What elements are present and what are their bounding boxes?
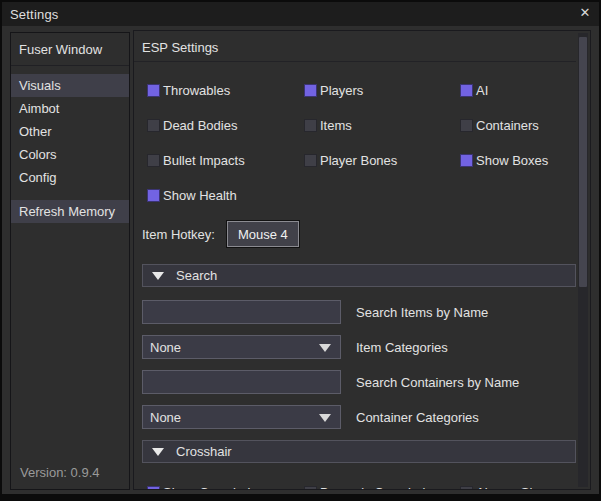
section-title: Crosshair (176, 444, 232, 459)
checkbox-label: Show Crosshair (163, 485, 255, 490)
checkbox-show-health[interactable]: Show Health (147, 188, 304, 202)
checkbox-label: Items (320, 118, 352, 133)
triangle-down-icon (152, 448, 164, 456)
sidebar-nav: Visuals Aimbot Other Colors Config (11, 74, 129, 189)
checkbox-players[interactable]: Players (304, 83, 460, 97)
triangle-down-icon (152, 272, 164, 280)
checkbox-label: Dead Bodies (163, 118, 237, 133)
checkbox-box[interactable] (304, 154, 317, 167)
checkbox-label: Player Bones (320, 153, 397, 168)
checkbox-always-show[interactable]: Always Show (460, 485, 576, 489)
section-title: Search (176, 268, 217, 283)
checkbox-box[interactable] (460, 84, 473, 97)
sidebar-item-other[interactable]: Other (11, 120, 129, 143)
checkbox-label: Dynamic Crosshair (320, 485, 430, 490)
checkbox-bullet-impacts[interactable]: Bullet Impacts (147, 153, 304, 167)
panel-title: ESP Settings (134, 31, 576, 55)
checkbox-dead-bodies[interactable]: Dead Bodies (147, 118, 304, 132)
checkbox-box[interactable] (304, 84, 317, 97)
checkbox-box[interactable] (460, 154, 473, 167)
checkbox-box[interactable] (147, 189, 160, 202)
version-label: Version: 0.9.4 (20, 465, 100, 480)
crosshair-section-header[interactable]: Crosshair (142, 440, 576, 463)
field-label: Item Categories (356, 340, 448, 355)
item-hotkey-label: Item Hotkey: (142, 227, 215, 242)
container-categories-dropdown[interactable]: None (142, 405, 341, 429)
crosshair-checkbox-grid: Show Crosshair Dynamic Crosshair Always … (147, 485, 576, 489)
search-containers-row: Search Containers by Name (142, 370, 576, 394)
close-icon[interactable]: ✕ (575, 2, 595, 22)
checkbox-box[interactable] (304, 486, 317, 490)
checkbox-items[interactable]: Items (304, 118, 460, 132)
panel-separator (134, 61, 576, 62)
dropdown-value: None (150, 340, 181, 355)
field-label: Container Categories (356, 410, 479, 425)
sidebar: Fuser Window Visuals Aimbot Other Colors… (10, 32, 130, 490)
checkbox-ai[interactable]: AI (460, 83, 576, 97)
checkbox-label: Throwables (163, 83, 230, 98)
search-containers-input[interactable] (142, 370, 341, 394)
checkbox-label: AI (476, 83, 488, 98)
sidebar-item-config[interactable]: Config (11, 166, 129, 189)
checkbox-box[interactable] (460, 119, 473, 132)
titlebar[interactable]: Settings (2, 2, 599, 26)
checkbox-label: Players (320, 83, 363, 98)
chevron-down-icon (319, 414, 331, 422)
field-label: Search Containers by Name (356, 375, 519, 390)
checkbox-throwables[interactable]: Throwables (147, 83, 304, 97)
checkbox-box[interactable] (147, 119, 160, 132)
checkbox-label: Show Health (163, 188, 237, 203)
item-hotkey-button[interactable]: Mouse 4 (227, 221, 299, 247)
search-section-header[interactable]: Search (142, 264, 576, 287)
item-hotkey-row: Item Hotkey: Mouse 4 (142, 221, 576, 247)
checkbox-box[interactable] (460, 486, 473, 490)
checkbox-show-crosshair[interactable]: Show Crosshair (147, 485, 304, 489)
sidebar-header: Fuser Window (11, 33, 129, 65)
sidebar-item-colors[interactable]: Colors (11, 143, 129, 166)
sidebar-separator (11, 65, 129, 66)
checkbox-player-bones[interactable]: Player Bones (304, 153, 460, 167)
item-categories-row: None Item Categories (142, 335, 576, 359)
checkbox-label: Containers (476, 118, 539, 133)
checkbox-label: Bullet Impacts (163, 153, 245, 168)
settings-window: Settings ✕ Fuser Window Visuals Aimbot O… (0, 0, 601, 501)
esp-settings-panel: ESP Settings Throwables Players AI (133, 30, 591, 490)
scrollbar-thumb[interactable] (579, 37, 587, 287)
checkbox-containers[interactable]: Containers (460, 118, 576, 132)
search-items-input[interactable] (142, 300, 341, 324)
sidebar-item-aimbot[interactable]: Aimbot (11, 97, 129, 120)
checkbox-label: Always Show (476, 485, 553, 490)
search-items-row: Search Items by Name (142, 300, 576, 324)
checkbox-box[interactable] (147, 486, 160, 490)
container-categories-row: None Container Categories (142, 405, 576, 429)
window-title: Settings (2, 7, 59, 22)
checkbox-dynamic-crosshair[interactable]: Dynamic Crosshair (304, 485, 460, 489)
field-label: Search Items by Name (356, 305, 488, 320)
esp-checkbox-grid: Throwables Players AI Dead Bodies (147, 83, 576, 202)
sidebar-item-visuals[interactable]: Visuals (11, 74, 129, 97)
refresh-memory-button[interactable]: Refresh Memory (11, 200, 129, 223)
dropdown-value: None (150, 410, 181, 425)
scrollbar-track[interactable] (578, 33, 588, 487)
checkbox-label: Show Boxes (476, 153, 548, 168)
window-body: Fuser Window Visuals Aimbot Other Colors… (2, 26, 599, 494)
item-categories-dropdown[interactable]: None (142, 335, 341, 359)
esp-settings-content: ESP Settings Throwables Players AI (134, 31, 576, 489)
checkbox-box[interactable] (147, 154, 160, 167)
chevron-down-icon (319, 344, 331, 352)
checkbox-show-boxes[interactable]: Show Boxes (460, 153, 576, 167)
checkbox-box[interactable] (147, 84, 160, 97)
checkbox-box[interactable] (304, 119, 317, 132)
